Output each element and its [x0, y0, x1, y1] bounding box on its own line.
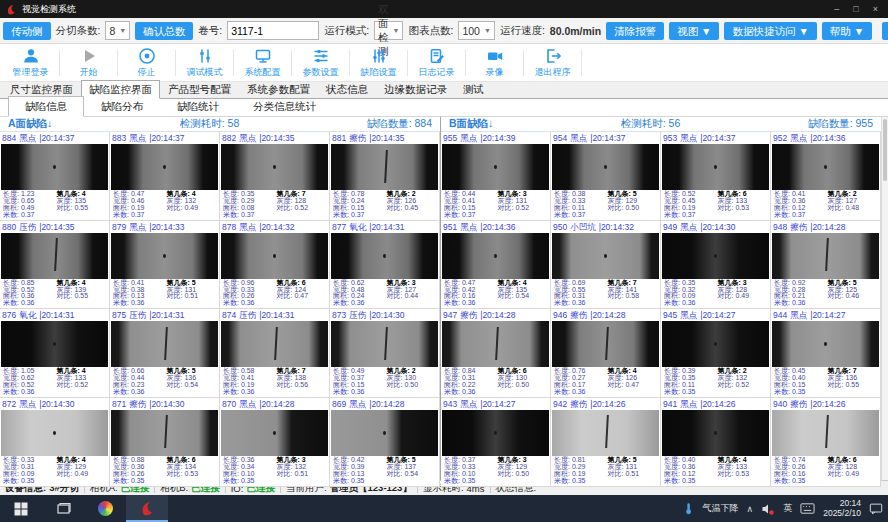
sub-tab-3[interactable]: 分类信息统计	[236, 96, 333, 117]
defect-image[interactable]	[1, 233, 108, 279]
defect-image[interactable]	[552, 144, 659, 190]
clear-alarm-button[interactable]: 清除报警	[606, 22, 664, 40]
defect-image[interactable]	[331, 321, 438, 367]
defect-cell[interactable]: 946擦伤|20:14:28长度: 0.76宽度: 0.27面积: 0.17米数…	[551, 309, 661, 398]
defect-cell[interactable]: 882黑点|20:14:35长度: 0.35宽度: 0.29面积: 0.08米数…	[220, 132, 330, 221]
vertical-scrollbar[interactable]	[881, 117, 888, 480]
system-config-button[interactable]: 系统配置	[234, 44, 291, 81]
defect-image[interactable]	[1, 321, 108, 367]
defect-image[interactable]	[442, 321, 549, 367]
tray-expand-caret[interactable]: ∧	[747, 504, 754, 514]
defect-image[interactable]	[221, 321, 328, 367]
defect-image[interactable]	[772, 321, 879, 367]
maximize-button[interactable]: □	[853, 4, 858, 14]
run-mode-select[interactable]: 双面检测▼	[374, 21, 403, 40]
defect-cell[interactable]: 870黑点|20:14:28长度: 0.36宽度: 0.34面积: 0.10米数…	[220, 398, 330, 487]
defect-cell[interactable]: 871擦伤|20:14:30长度: 0.88宽度: 0.36面积: 0.26米数…	[110, 398, 220, 487]
defect-image[interactable]	[442, 410, 549, 456]
defect-cell[interactable]: 945黑点|20:14:27长度: 0.39宽度: 0.35面积: 0.11米数…	[661, 309, 771, 398]
scrollbar-thumb[interactable]	[883, 119, 887, 181]
defect-image[interactable]	[442, 144, 549, 190]
start-menu-button[interactable]	[0, 495, 42, 522]
defect-image[interactable]	[111, 321, 218, 367]
defect-cell[interactable]: 875压伤|20:14:31长度: 0.66宽度: 0.44面积: 0.23米数…	[110, 309, 220, 398]
parameter-settings-button[interactable]: 参数设置	[292, 44, 349, 81]
view-menu-button[interactable]: 视图 ▼	[669, 22, 719, 40]
defect-cell[interactable]: 869黑点|20:14:28长度: 0.42宽度: 0.39面积: 0.13米数…	[330, 398, 440, 487]
defect-cell[interactable]: 884黑点|20:14:37长度: 1.23宽度: 0.65面积: 0.49米数…	[0, 132, 110, 221]
defect-image[interactable]	[221, 233, 328, 279]
data-quick-access-menu-button[interactable]: 数据快捷访问 ▼	[724, 22, 816, 40]
recording-button[interactable]: 录像	[466, 44, 523, 81]
defect-cell[interactable]: 878黑点|20:14:32长度: 0.96宽度: 0.33面积: 0.26米数…	[220, 221, 330, 310]
log-record-button[interactable]: 日志记录	[408, 44, 465, 81]
minimize-button[interactable]: –	[834, 4, 839, 14]
defect-image[interactable]	[662, 144, 769, 190]
defect-image[interactable]	[772, 233, 879, 279]
defect-image[interactable]	[1, 144, 108, 190]
defect-image[interactable]	[442, 233, 549, 279]
defect-cell[interactable]: 955黑点|20:14:39长度: 0.44宽度: 0.41面积: 0.15米数…	[441, 132, 551, 221]
defect-image[interactable]	[662, 233, 769, 279]
exit-program-button[interactable]: 退出程序	[524, 44, 581, 81]
defect-cell[interactable]: 940擦伤|20:14:26长度: 0.74宽度: 0.26面积: 0.16米数…	[771, 398, 881, 487]
defect-cell[interactable]: 941黑点|20:14:26长度: 0.40宽度: 0.36面积: 0.12米数…	[661, 398, 771, 487]
defect-image[interactable]	[221, 410, 328, 456]
defect-image[interactable]	[662, 321, 769, 367]
taskbar-app-browser[interactable]	[84, 495, 126, 522]
defect-image[interactable]	[111, 233, 218, 279]
manage-login-button[interactable]: 管理登录	[2, 44, 59, 81]
defect-cell[interactable]: 881擦伤|20:14:35长度: 0.78宽度: 0.24面积: 0.15米数…	[330, 132, 440, 221]
defect-image[interactable]	[552, 410, 659, 456]
defect-image[interactable]	[552, 321, 659, 367]
sub-tab-0[interactable]: 缺陷信息	[8, 96, 84, 117]
defect-cell[interactable]: 873压伤|20:14:30长度: 0.49宽度: 0.37面积: 0.15米数…	[330, 309, 440, 398]
roll-number-input[interactable]	[227, 21, 319, 40]
help-menu-button[interactable]: 帮助 ▼	[822, 22, 872, 40]
defect-cell[interactable]: 883黑点|20:14:37长度: 0.47宽度: 0.46面积: 0.19米数…	[110, 132, 220, 221]
defect-cell[interactable]: 947擦伤|20:14:28长度: 0.84宽度: 0.31面积: 0.22米数…	[441, 309, 551, 398]
defect-cell[interactable]: 948擦伤|20:14:28长度: 0.92宽度: 0.28面积: 0.21米数…	[771, 221, 881, 310]
defect-cell[interactable]: 952黑点|20:14:36长度: 0.41宽度: 0.36面积: 0.12米数…	[771, 132, 881, 221]
slit-count-select[interactable]: 8▼	[105, 21, 130, 40]
start-button[interactable]: 开始	[60, 44, 117, 81]
sub-tab-2[interactable]: 缺陷统计	[160, 96, 236, 117]
main-tab-5[interactable]: 边缘数据记录	[376, 80, 455, 99]
volume-button[interactable]	[761, 502, 775, 516]
close-button[interactable]: ×	[873, 4, 878, 14]
defect-image[interactable]	[772, 410, 879, 456]
defect-cell[interactable]: 949黑点|20:14:30长度: 0.35宽度: 0.32面积: 0.09米数…	[661, 221, 771, 310]
chart-points-select[interactable]: 100▼	[458, 21, 494, 40]
defect-cell[interactable]: 877氧化|20:14:31长度: 0.62宽度: 0.48面积: 0.24米数…	[330, 221, 440, 310]
defect-image[interactable]	[662, 410, 769, 456]
notification-center-icon[interactable]	[869, 502, 883, 515]
defect-image[interactable]	[331, 144, 438, 190]
defect-settings-button[interactable]: 缺陷设置	[350, 44, 407, 81]
defect-image[interactable]	[111, 410, 218, 456]
defect-cell[interactable]: 954黑点|20:14:37长度: 0.38宽度: 0.33面积: 0.11米数…	[551, 132, 661, 221]
defect-image[interactable]	[552, 233, 659, 279]
defect-cell[interactable]: 942擦伤|20:14:26长度: 0.81宽度: 0.29面积: 0.19米数…	[551, 398, 661, 487]
defect-cell[interactable]: 876氧化|20:14:31长度: 1.05宽度: 0.62面积: 0.52米数…	[0, 309, 110, 398]
defect-image[interactable]	[111, 144, 218, 190]
defect-cell[interactable]: 943黑点|20:14:27长度: 0.37宽度: 0.33面积: 0.10米数…	[441, 398, 551, 487]
defect-image[interactable]	[1, 410, 108, 456]
operator-side-button[interactable]: 操作侧	[882, 22, 888, 40]
main-tab-6[interactable]: 测试	[455, 80, 492, 99]
defect-cell[interactable]: 880压伤|20:14:35长度: 0.85宽度: 0.52面积: 0.36米数…	[0, 221, 110, 310]
defect-image[interactable]	[331, 233, 438, 279]
defect-cell[interactable]: 953黑点|20:14:37长度: 0.52宽度: 0.45面积: 0.19米数…	[661, 132, 771, 221]
touch-keyboard-icon[interactable]	[800, 502, 815, 515]
defect-cell[interactable]: 874压伤|20:14:31长度: 0.58宽度: 0.41面积: 0.19米数…	[220, 309, 330, 398]
taskbar-app-inspection-active[interactable]	[126, 495, 168, 522]
defect-image[interactable]	[221, 144, 328, 190]
defect-image[interactable]	[331, 410, 438, 456]
input-language-indicator[interactable]: 英	[783, 502, 792, 515]
weather-widget-text[interactable]: 气温下降	[703, 502, 739, 515]
drive-side-button[interactable]: 传动侧	[3, 22, 51, 40]
defect-cell[interactable]: 950小凹坑|20:14:32长度: 0.69宽度: 0.55面积: 0.31米…	[551, 221, 661, 310]
defect-cell[interactable]: 872黑点|20:14:30长度: 0.33宽度: 0.31面积: 0.09米数…	[0, 398, 110, 487]
defect-cell[interactable]: 944黑点|20:14:27长度: 0.45宽度: 0.40面积: 0.15米数…	[771, 309, 881, 398]
defect-cell[interactable]: 879黑点|20:14:33长度: 0.41宽度: 0.38面积: 0.13米数…	[110, 221, 220, 310]
defect-image[interactable]	[772, 144, 879, 190]
